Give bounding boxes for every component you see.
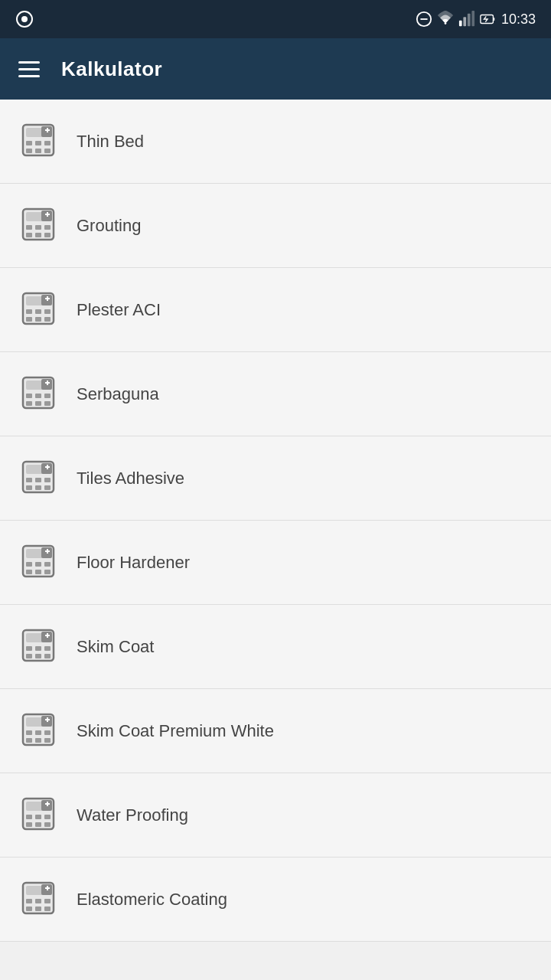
- svg-rect-63: [35, 485, 41, 490]
- svg-rect-119: [44, 906, 51, 911]
- icon-skim-coat: [18, 626, 58, 668]
- icon-thin-bed: [18, 120, 58, 163]
- svg-rect-48: [26, 394, 32, 398]
- label-elastomeric-coating: Elastomeric Coating: [77, 890, 227, 910]
- battery-icon: [480, 11, 497, 28]
- svg-rect-105: [44, 815, 51, 819]
- svg-rect-28: [44, 225, 51, 230]
- time-display: 10:33: [501, 11, 536, 28]
- svg-rect-83: [44, 646, 51, 651]
- label-skim-coat-premium-white: Skim Coat Premium White: [77, 721, 274, 741]
- label-tiles-adhesive: Tiles Adhesive: [77, 469, 184, 488]
- list-item-elastomeric-coating[interactable]: Elastomeric Coating: [0, 858, 551, 942]
- label-floor-hardener: Floor Hardener: [77, 553, 190, 573]
- svg-rect-30: [35, 233, 41, 237]
- svg-rect-37: [26, 309, 32, 314]
- svg-rect-20: [44, 149, 51, 153]
- svg-rect-74: [35, 570, 41, 574]
- svg-rect-39: [44, 309, 51, 314]
- svg-rect-52: [35, 401, 41, 406]
- svg-rect-29: [26, 233, 32, 237]
- svg-rect-15: [26, 141, 32, 145]
- svg-rect-118: [35, 906, 41, 911]
- svg-rect-8: [471, 11, 474, 26]
- svg-rect-5: [459, 21, 462, 26]
- svg-rect-92: [26, 730, 32, 735]
- svg-rect-49: [35, 394, 41, 398]
- svg-rect-108: [44, 822, 51, 827]
- icon-elastomeric-coating: [18, 878, 58, 921]
- label-serbaguna: Serbaguna: [77, 384, 159, 404]
- icon-plester-aci: [18, 289, 58, 332]
- list-item-tiles-adhesive[interactable]: Tiles Adhesive: [0, 436, 551, 521]
- svg-rect-60: [35, 478, 41, 482]
- svg-rect-106: [26, 822, 32, 827]
- svg-rect-94: [44, 730, 51, 735]
- status-bar-left: [15, 10, 34, 28]
- svg-rect-82: [35, 646, 41, 651]
- svg-rect-104: [35, 815, 41, 819]
- icon-floor-hardener: [18, 541, 58, 584]
- icon-skim-coat-premium-white: [18, 710, 58, 753]
- list-item-grouting[interactable]: Grouting: [0, 184, 551, 268]
- svg-rect-6: [463, 17, 466, 26]
- svg-rect-71: [35, 562, 41, 567]
- svg-rect-75: [44, 570, 51, 574]
- svg-rect-42: [44, 317, 51, 322]
- svg-rect-53: [44, 401, 51, 406]
- svg-rect-7: [468, 14, 471, 26]
- list-item-floor-hardener[interactable]: Floor Hardener: [0, 521, 551, 605]
- svg-rect-31: [44, 233, 51, 237]
- svg-rect-81: [26, 646, 32, 651]
- wifi-icon: [437, 11, 454, 28]
- label-water-proofing: Water Proofing: [77, 805, 188, 825]
- svg-rect-72: [44, 562, 51, 567]
- svg-rect-62: [26, 485, 32, 490]
- dnd-icon: [416, 11, 432, 28]
- svg-rect-26: [26, 225, 32, 230]
- svg-rect-85: [35, 654, 41, 658]
- svg-rect-27: [35, 225, 41, 230]
- svg-rect-93: [35, 730, 41, 735]
- list-item-plester-aci[interactable]: Plester ACI: [0, 268, 551, 352]
- svg-rect-73: [26, 570, 32, 574]
- svg-rect-95: [26, 738, 32, 743]
- list-item-serbaguna[interactable]: Serbaguna: [0, 352, 551, 436]
- svg-rect-103: [26, 815, 32, 819]
- label-skim-coat: Skim Coat: [77, 637, 154, 657]
- list-item-water-proofing[interactable]: Water Proofing: [0, 773, 551, 858]
- svg-rect-61: [44, 478, 51, 482]
- list-item-thin-bed[interactable]: Thin Bed: [0, 100, 551, 184]
- icon-tiles-adhesive: [18, 457, 58, 500]
- label-grouting: Grouting: [77, 216, 141, 236]
- menu-button[interactable]: [18, 61, 40, 77]
- status-bar-right: 10:33: [416, 11, 536, 28]
- icon-serbaguna: [18, 373, 58, 416]
- list-item-skim-coat-premium-white[interactable]: Skim Coat Premium White: [0, 689, 551, 773]
- svg-rect-19: [35, 149, 41, 153]
- icon-grouting: [18, 204, 58, 247]
- svg-rect-41: [35, 317, 41, 322]
- svg-rect-117: [26, 906, 32, 911]
- svg-rect-18: [26, 149, 32, 153]
- svg-rect-86: [44, 654, 51, 658]
- app-bar: Kalkulator: [0, 38, 551, 100]
- signal-icon: [458, 11, 475, 28]
- svg-rect-70: [26, 562, 32, 567]
- svg-rect-50: [44, 394, 51, 398]
- svg-point-1: [21, 16, 28, 22]
- svg-rect-84: [26, 654, 32, 658]
- svg-rect-116: [44, 899, 51, 903]
- label-plester-aci: Plester ACI: [77, 300, 161, 320]
- label-thin-bed: Thin Bed: [77, 132, 144, 152]
- svg-point-4: [445, 22, 447, 24]
- svg-rect-59: [26, 478, 32, 482]
- icon-water-proofing: [18, 794, 58, 837]
- app-title: Kalkulator: [61, 57, 162, 81]
- svg-rect-17: [44, 141, 51, 145]
- svg-rect-64: [44, 485, 51, 490]
- svg-rect-97: [44, 738, 51, 743]
- svg-rect-96: [35, 738, 41, 743]
- list-item-skim-coat[interactable]: Skim Coat: [0, 605, 551, 689]
- menu-list: Thin Bed Grouting: [0, 100, 551, 942]
